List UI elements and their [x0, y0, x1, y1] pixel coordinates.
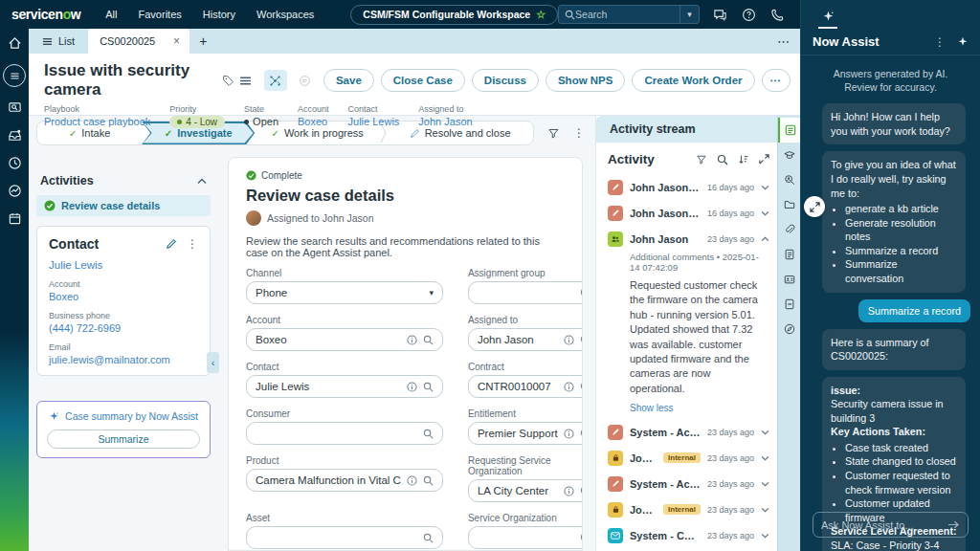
- form-menu-icon[interactable]: [234, 70, 257, 91]
- contact-name-link[interactable]: Julie Lewis: [49, 259, 198, 271]
- contract-input[interactable]: CNTR0010007: [468, 375, 583, 398]
- stage-more-icon[interactable]: ⋮: [573, 126, 585, 140]
- expand-icon[interactable]: [759, 154, 769, 165]
- create-work-order-button[interactable]: Create Work Order: [632, 69, 754, 92]
- lookup-icon[interactable]: [423, 335, 434, 345]
- lookup-icon[interactable]: [423, 429, 434, 439]
- sparkle-icon[interactable]: [957, 36, 969, 48]
- case-summary-link[interactable]: Case summary by Now Assist: [47, 410, 200, 422]
- search-records-icon[interactable]: [8, 100, 22, 115]
- menu-favorites[interactable]: Favorites: [139, 9, 182, 20]
- expand-panel-button[interactable]: [804, 196, 825, 217]
- activity-entry[interactable]: John Jason - Stat... 16 days ago: [608, 174, 769, 200]
- info-icon[interactable]: [407, 335, 417, 345]
- playbook-link[interactable]: Product case playbook: [44, 116, 150, 127]
- document-minus-icon[interactable]: [778, 292, 800, 317]
- activity-entry[interactable]: System - Case CS... 23 days ago: [608, 522, 769, 548]
- tab-overflow-button[interactable]: ⋯: [768, 29, 800, 54]
- knowledge-icon[interactable]: [778, 143, 800, 167]
- close-tab-icon[interactable]: ×: [171, 34, 182, 48]
- contact-account-link[interactable]: Boxeo: [49, 291, 198, 302]
- lookup-icon[interactable]: [423, 533, 434, 543]
- info-icon[interactable]: [407, 475, 417, 486]
- edit-pencil-icon[interactable]: [166, 238, 177, 250]
- menu-workspaces[interactable]: Workspaces: [256, 9, 314, 20]
- chevron-down-icon[interactable]: [761, 430, 769, 435]
- assigned-to-input[interactable]: John Jason: [468, 328, 583, 351]
- notes-document-icon[interactable]: [778, 242, 800, 267]
- channel-select[interactable]: Phone▾: [246, 281, 443, 304]
- chevron-down-icon[interactable]: [761, 210, 769, 216]
- activity-entry[interactable]: John Jason - Stat... 16 days ago: [608, 200, 769, 226]
- save-button[interactable]: Save: [323, 69, 374, 92]
- servicenow-logo[interactable]: servicenow: [11, 7, 80, 22]
- send-icon[interactable]: [947, 519, 960, 530]
- consumer-input[interactable]: [246, 422, 443, 445]
- user-message-summarize[interactable]: Summarize a record: [858, 299, 970, 322]
- more-actions-button[interactable]: ⋯: [762, 69, 791, 92]
- dashboards-icon[interactable]: [8, 184, 22, 198]
- contact-phone-link[interactable]: (444) 722-6969: [49, 322, 198, 334]
- activity-entry[interactable]: System - Action s... 23 days ago: [608, 471, 769, 496]
- summarize-button[interactable]: Summarize: [47, 430, 200, 449]
- calendar-icon[interactable]: [8, 211, 22, 226]
- menu-history[interactable]: History: [203, 9, 235, 20]
- entitlement-input[interactable]: Premier Support: [468, 422, 583, 445]
- lookup-icon[interactable]: [580, 335, 583, 345]
- product-input[interactable]: Camera Malfunction in Vital C: [246, 469, 443, 492]
- filter-icon[interactable]: [547, 127, 560, 140]
- contact-link[interactable]: Julie Lewis: [348, 116, 400, 127]
- assignment-group-input[interactable]: [468, 281, 583, 304]
- agent-assist-search-icon[interactable]: [778, 167, 800, 192]
- menu-all[interactable]: All: [105, 9, 117, 20]
- discuss-button[interactable]: Discuss: [472, 69, 539, 92]
- lists-icon[interactable]: [3, 64, 26, 87]
- chat-icon[interactable]: [713, 8, 727, 22]
- account-link[interactable]: Boxeo: [298, 116, 329, 127]
- chevron-up-icon[interactable]: [761, 236, 769, 242]
- recent-history-icon[interactable]: [8, 156, 22, 170]
- close-case-button[interactable]: Close Case: [381, 69, 465, 92]
- lookup-icon[interactable]: [423, 382, 434, 392]
- folder-icon[interactable]: [778, 192, 800, 217]
- tab-record-cs0020025[interactable]: CS0020025 ×: [88, 29, 189, 54]
- asset-input[interactable]: [246, 526, 443, 549]
- chevron-up-icon[interactable]: [197, 178, 207, 185]
- sort-icon[interactable]: [738, 154, 749, 165]
- requesting-service-org-input[interactable]: LA City Center: [468, 479, 583, 502]
- compass-icon[interactable]: [778, 317, 800, 342]
- tab-list[interactable]: List: [29, 29, 88, 54]
- show-less-link[interactable]: Show less: [630, 403, 766, 413]
- phone-icon[interactable]: [770, 8, 785, 22]
- assigned-to-link[interactable]: John Jason: [418, 116, 472, 127]
- info-icon[interactable]: [564, 335, 574, 345]
- global-search[interactable]: ▾: [558, 5, 700, 24]
- search-input[interactable]: [575, 9, 679, 20]
- search-icon[interactable]: [717, 154, 728, 165]
- help-icon[interactable]: [742, 8, 756, 22]
- lookup-icon[interactable]: [580, 288, 583, 298]
- filter-icon[interactable]: [696, 154, 707, 165]
- activities-header[interactable]: Activities: [36, 174, 211, 187]
- tag-icon[interactable]: [222, 75, 234, 87]
- new-tab-button[interactable]: +: [189, 29, 216, 54]
- collapse-left-panel-button[interactable]: ‹: [207, 352, 219, 373]
- inbox-icon[interactable]: [8, 128, 22, 143]
- lookup-icon[interactable]: [580, 486, 583, 496]
- assist-menu-icon[interactable]: ⋮: [934, 35, 946, 49]
- home-icon[interactable]: [8, 36, 22, 51]
- contact-card-menu-icon[interactable]: ⋮: [187, 237, 198, 251]
- chevron-down-icon[interactable]: [761, 455, 769, 461]
- contact-input[interactable]: Julie Lewis: [246, 375, 443, 398]
- info-icon[interactable]: [564, 486, 574, 496]
- info-icon[interactable]: [407, 382, 417, 392]
- contact-email-link[interactable]: julie.lewis@mailnator.com: [49, 354, 198, 365]
- chevron-down-icon[interactable]: ▾: [429, 288, 434, 298]
- lookup-icon[interactable]: [580, 533, 583, 543]
- chevron-down-icon[interactable]: [761, 507, 769, 513]
- activity-entry[interactable]: System - Action s... 23 days ago: [608, 419, 769, 445]
- lookup-icon[interactable]: [580, 382, 583, 392]
- contact-card-icon[interactable]: [778, 267, 800, 292]
- chevron-down-icon[interactable]: [761, 185, 769, 190]
- favorite-star-icon[interactable]: ☆: [536, 9, 546, 21]
